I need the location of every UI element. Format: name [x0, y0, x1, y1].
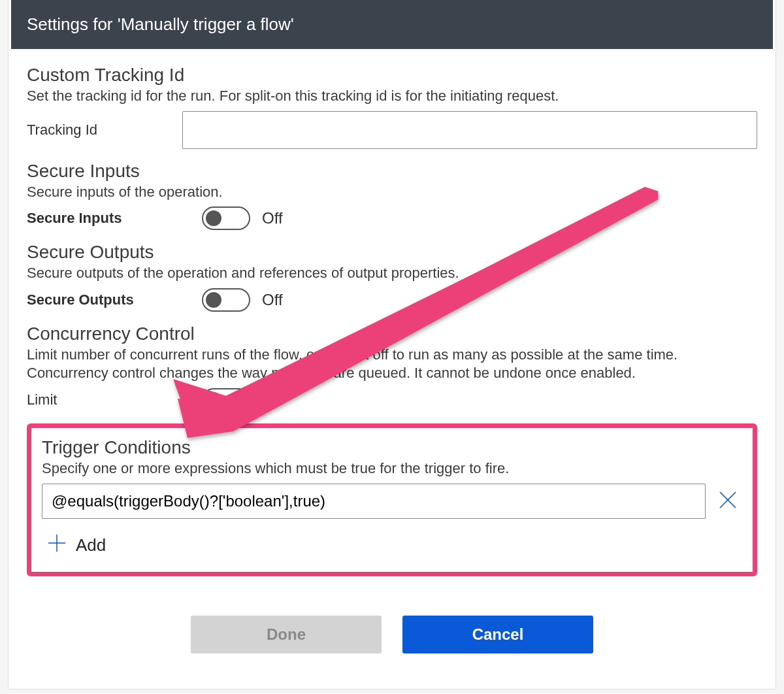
secure-outputs-toggle[interactable] — [202, 288, 250, 312]
concurrency-row: Limit Off — [27, 388, 757, 412]
settings-title: Settings for 'Manually trigger a flow' — [27, 14, 294, 34]
concurrency-desc: Limit number of concurrent runs of the f… — [27, 346, 757, 383]
concurrency-toggle[interactable] — [202, 388, 250, 412]
secure-outputs-desc: Secure outputs of the operation and refe… — [27, 264, 757, 283]
add-condition-button[interactable]: Add — [42, 531, 111, 560]
plus-icon — [47, 533, 67, 557]
settings-panel: Settings for 'Manually trigger a flow' C… — [8, 0, 776, 689]
section-tracking: Custom Tracking Id Set the tracking id f… — [27, 65, 757, 149]
section-secure-inputs: Secure Inputs Secure inputs of the opera… — [27, 161, 757, 231]
add-condition-label: Add — [76, 535, 106, 555]
secure-inputs-label: Secure Inputs — [27, 210, 190, 227]
secure-inputs-title: Secure Inputs — [27, 161, 757, 182]
done-button[interactable]: Done — [191, 616, 382, 653]
section-secure-outputs: Secure Outputs Secure outputs of the ope… — [27, 242, 757, 312]
tracking-row: Tracking Id — [27, 111, 757, 149]
concurrency-label: Limit — [27, 391, 190, 408]
secure-inputs-desc: Secure inputs of the operation. — [27, 183, 757, 202]
concurrency-title: Concurrency Control — [27, 323, 757, 344]
settings-content: Custom Tracking Id Set the tracking id f… — [11, 49, 773, 686]
secure-inputs-state: Off — [262, 209, 283, 227]
close-icon — [717, 489, 738, 513]
cancel-button[interactable]: Cancel — [402, 616, 593, 653]
section-tracking-title: Custom Tracking Id — [27, 65, 757, 86]
secure-outputs-row: Secure Outputs Off — [27, 288, 757, 312]
trigger-condition-row — [42, 484, 742, 519]
concurrency-state: Off — [262, 391, 283, 409]
secure-inputs-row: Secure Inputs Off — [27, 207, 757, 230]
trigger-title: Trigger Conditions — [42, 437, 742, 458]
settings-titlebar: Settings for 'Manually trigger a flow' — [11, 0, 773, 49]
section-tracking-desc: Set the tracking id for the run. For spl… — [27, 87, 757, 106]
trigger-desc: Specify one or more expressions which mu… — [42, 459, 742, 478]
secure-outputs-label: Secure Outputs — [27, 291, 190, 308]
secure-outputs-state: Off — [262, 291, 283, 309]
section-concurrency: Concurrency Control Limit number of conc… — [27, 323, 757, 412]
button-row: Done Cancel — [27, 576, 757, 680]
secure-inputs-toggle[interactable] — [202, 207, 250, 230]
section-trigger-conditions: Trigger Conditions Specify one or more e… — [27, 423, 757, 576]
tracking-label: Tracking Id — [27, 122, 171, 139]
remove-condition-button[interactable] — [713, 487, 742, 516]
trigger-condition-input[interactable] — [42, 484, 706, 519]
secure-outputs-title: Secure Outputs — [27, 242, 757, 263]
tracking-id-input[interactable] — [182, 111, 757, 149]
